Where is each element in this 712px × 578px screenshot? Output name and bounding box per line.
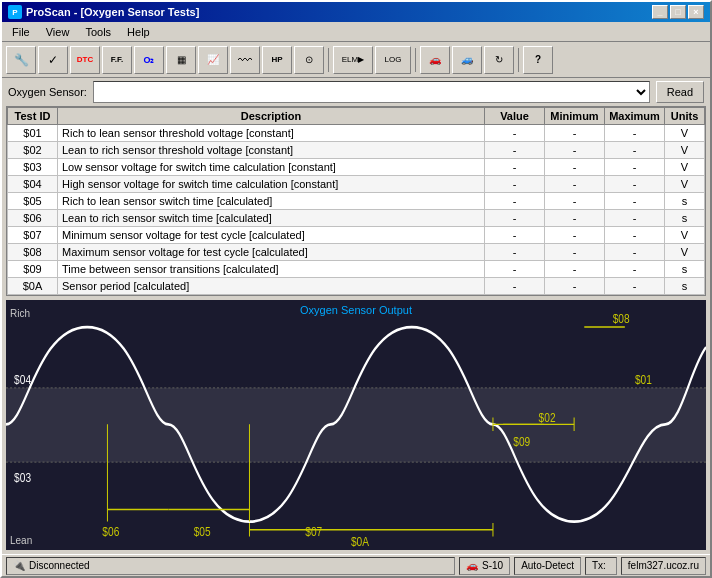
cell-units: s [665, 210, 705, 227]
app-icon: P [8, 5, 22, 19]
cell-desc: Time between sensor transitions [calcula… [58, 261, 485, 278]
detect-text: Auto-Detect [521, 560, 574, 571]
o2-button[interactable]: O₂ [134, 46, 164, 74]
cell-value: - [485, 227, 545, 244]
menu-tools[interactable]: Tools [79, 24, 117, 40]
svg-text:$01: $01 [635, 371, 652, 387]
cell-value: - [485, 210, 545, 227]
col-header-max: Maximum [605, 108, 665, 125]
cell-value: - [485, 244, 545, 261]
chart-label-rich: Rich [10, 308, 30, 319]
svg-text:$0A: $0A [351, 534, 369, 550]
cell-desc: Lean to rich sensor switch time [calcula… [58, 210, 485, 227]
ff-icon: F.F. [111, 55, 123, 64]
cell-id: $08 [8, 244, 58, 261]
car-side-icon: 🚙 [461, 54, 473, 65]
menu-bar: File View Tools Help [2, 22, 710, 42]
cell-max: - [605, 227, 665, 244]
ff-button[interactable]: F.F. [102, 46, 132, 74]
svg-text:$02: $02 [539, 409, 556, 425]
svg-text:$09: $09 [513, 434, 530, 450]
help-button[interactable]: ? [523, 46, 553, 74]
tx-status: Tx: [585, 557, 617, 575]
dtc-button[interactable]: DTC [70, 46, 100, 74]
separator-3 [518, 48, 519, 72]
cell-min: - [545, 261, 605, 278]
cell-min: - [545, 125, 605, 142]
cell-desc: Minimum sensor voltage for test cycle [c… [58, 227, 485, 244]
toolbar: 🔧 ✓ DTC F.F. O₂ ▦ 📈 〰 HP ⊙ ELM▶ LOG 🚗 🚙 … [2, 42, 710, 78]
col-header-desc: Description [58, 108, 485, 125]
connection-status: 🔌 Disconnected [6, 557, 455, 575]
cell-units: V [665, 227, 705, 244]
menu-help[interactable]: Help [121, 24, 156, 40]
cell-units: V [665, 142, 705, 159]
chart-label-lean: Lean [10, 535, 32, 546]
cell-value: - [485, 278, 545, 295]
sensor-select[interactable] [93, 81, 650, 103]
table-row: $05 Rich to lean sensor switch time [cal… [8, 193, 705, 210]
cell-value: - [485, 193, 545, 210]
cell-units: s [665, 278, 705, 295]
table-row: $03 Low sensor voltage for switch time c… [8, 159, 705, 176]
wave-button[interactable]: 〰 [230, 46, 260, 74]
svg-text:$05: $05 [194, 524, 211, 540]
cell-min: - [545, 278, 605, 295]
cell-min: - [545, 244, 605, 261]
table-row: $01 Rich to lean sensor threshold voltag… [8, 125, 705, 142]
menu-file[interactable]: File [6, 24, 36, 40]
table-row: $08 Maximum sensor voltage for test cycl… [8, 244, 705, 261]
car-front-icon: 🚗 [429, 54, 441, 65]
minimize-button[interactable]: _ [652, 5, 668, 19]
data-table: Test ID Description Value Minimum Maximu… [7, 107, 705, 295]
title-bar: P ProScan - [Oxygen Sensor Tests] _ □ × [2, 2, 710, 22]
cell-max: - [605, 125, 665, 142]
chart-button[interactable]: 📈 [198, 46, 228, 74]
cell-desc: High sensor voltage for switch time calc… [58, 176, 485, 193]
table-row: $0A Sensor period [calculated] - - - s [8, 278, 705, 295]
menu-view[interactable]: View [40, 24, 76, 40]
cell-id: $0A [8, 278, 58, 295]
gauge-button[interactable]: ⊙ [294, 46, 324, 74]
title-bar-left: P ProScan - [Oxygen Sensor Tests] [8, 5, 199, 19]
car-label: S-10 [482, 560, 503, 571]
cell-id: $05 [8, 193, 58, 210]
cell-desc: Rich to lean sensor switch time [calcula… [58, 193, 485, 210]
cell-max: - [605, 244, 665, 261]
elm-button[interactable]: ELM▶ [333, 46, 373, 74]
cell-max: - [605, 278, 665, 295]
cell-max: - [605, 210, 665, 227]
maximize-button[interactable]: □ [670, 5, 686, 19]
cell-value: - [485, 159, 545, 176]
cell-desc: Low sensor voltage for switch time calcu… [58, 159, 485, 176]
cell-units: V [665, 159, 705, 176]
cell-desc: Sensor period [calculated] [58, 278, 485, 295]
svg-rect-1 [6, 388, 706, 462]
table-row: $06 Lean to rich sensor switch time [cal… [8, 210, 705, 227]
cell-min: - [545, 227, 605, 244]
refresh-icon: ↻ [495, 54, 503, 65]
read-button[interactable]: Read [656, 81, 704, 103]
carfront-button[interactable]: 🚗 [420, 46, 450, 74]
hp-button[interactable]: HP [262, 46, 292, 74]
cell-desc: Rich to lean sensor threshold voltage [c… [58, 125, 485, 142]
grid-button[interactable]: ▦ [166, 46, 196, 74]
check-button[interactable]: ✓ [38, 46, 68, 74]
window-controls: _ □ × [652, 5, 704, 19]
refresh-button[interactable]: ↻ [484, 46, 514, 74]
cell-value: - [485, 125, 545, 142]
cell-units: s [665, 261, 705, 278]
log-button[interactable]: LOG [375, 46, 411, 74]
carside-button[interactable]: 🚙 [452, 46, 482, 74]
cell-id: $03 [8, 159, 58, 176]
cell-desc: Maximum sensor voltage for test cycle [c… [58, 244, 485, 261]
detect-status: Auto-Detect [514, 557, 581, 575]
separator-1 [328, 48, 329, 72]
cell-units: V [665, 176, 705, 193]
wrench-button[interactable]: 🔧 [6, 46, 36, 74]
cell-min: - [545, 159, 605, 176]
wave-icon: 〰 [238, 52, 252, 68]
col-header-id: Test ID [8, 108, 58, 125]
cell-id: $01 [8, 125, 58, 142]
close-button[interactable]: × [688, 5, 704, 19]
